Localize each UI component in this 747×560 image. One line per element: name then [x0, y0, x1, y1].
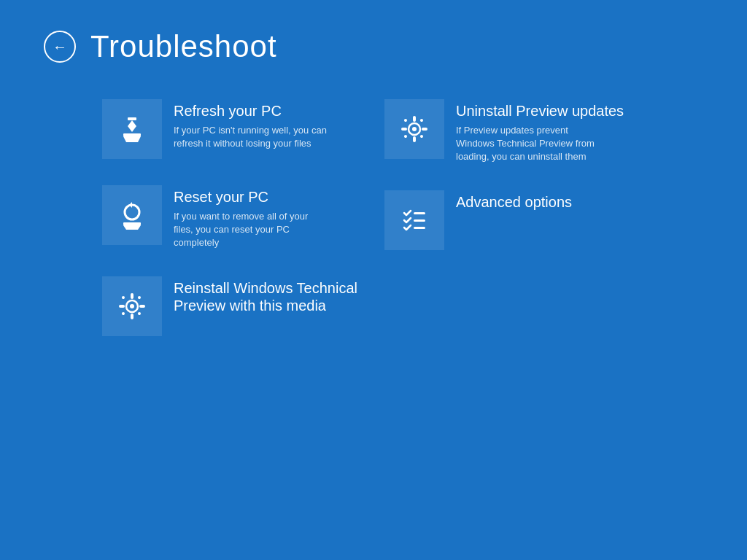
refresh-icon-box — [102, 99, 162, 159]
svg-rect-15 — [121, 311, 125, 316]
svg-rect-25 — [403, 134, 408, 139]
uninstall-icon-box — [384, 99, 444, 159]
svg-point-18 — [412, 127, 417, 131]
reset-title: Reset your PC — [174, 188, 327, 206]
advanced-title: Advanced options — [456, 193, 572, 211]
svg-rect-23 — [403, 118, 408, 122]
svg-rect-13 — [121, 295, 125, 300]
svg-rect-5 — [123, 222, 141, 225]
refresh-icon — [116, 113, 148, 145]
back-arrow-icon: ← — [53, 39, 67, 54]
svg-rect-0 — [128, 117, 136, 120]
reset-icon-box — [102, 185, 162, 245]
advanced-text: Advanced options — [456, 190, 572, 215]
advanced-icon — [398, 204, 430, 236]
svg-rect-11 — [119, 305, 125, 308]
uninstall-desc: If Preview updates prevent Windows Techn… — [456, 124, 609, 164]
svg-marker-3 — [123, 136, 141, 142]
refresh-desc: If your PC isn't running well, you can r… — [174, 124, 327, 150]
advanced-icon-box — [384, 190, 444, 250]
reinstall-text: Reinstall Windows Technical Preview with… — [174, 276, 363, 319]
reset-text: Reset your PC If you want to remove all … — [174, 185, 327, 250]
svg-point-8 — [130, 304, 134, 308]
option-reset[interactable]: Reset your PC If you want to remove all … — [102, 172, 363, 263]
svg-rect-24 — [419, 118, 424, 122]
options-grid: Refresh your PC If your PC isn't running… — [0, 86, 747, 349]
svg-rect-21 — [401, 128, 407, 131]
left-column: Refresh your PC If your PC isn't running… — [102, 86, 363, 349]
option-refresh[interactable]: Refresh your PC If your PC isn't running… — [102, 86, 363, 172]
svg-rect-2 — [123, 133, 141, 136]
reinstall-icon — [116, 290, 148, 322]
reinstall-icon-box — [102, 276, 162, 336]
option-uninstall[interactable]: Uninstall Preview updates If Preview upd… — [384, 86, 645, 177]
uninstall-title: Uninstall Preview updates — [456, 102, 624, 120]
reinstall-title: Reinstall Windows Technical Preview with… — [174, 279, 363, 314]
refresh-title: Refresh your PC — [174, 102, 327, 120]
svg-rect-26 — [419, 134, 424, 139]
svg-rect-9 — [131, 293, 133, 299]
svg-rect-22 — [422, 128, 427, 131]
option-reinstall[interactable]: Reinstall Windows Technical Preview with… — [102, 263, 363, 349]
option-advanced[interactable]: Advanced options — [384, 177, 645, 263]
svg-rect-20 — [413, 136, 416, 142]
right-column: Uninstall Preview updates If Preview upd… — [384, 86, 645, 349]
reset-desc: If you want to remove all of your files,… — [174, 210, 327, 250]
svg-rect-12 — [139, 305, 145, 308]
reset-icon — [116, 199, 148, 231]
back-button[interactable]: ← — [44, 31, 76, 63]
svg-rect-29 — [414, 227, 425, 229]
svg-rect-14 — [137, 295, 142, 300]
refresh-text: Refresh your PC If your PC isn't running… — [174, 99, 327, 150]
svg-rect-16 — [137, 311, 142, 316]
svg-marker-6 — [123, 225, 141, 230]
svg-rect-27 — [414, 212, 425, 214]
uninstall-icon — [398, 113, 430, 145]
svg-rect-10 — [131, 314, 133, 319]
svg-marker-1 — [128, 120, 136, 132]
header: ← Troubleshoot — [0, 0, 747, 86]
uninstall-text: Uninstall Preview updates If Preview upd… — [456, 99, 624, 164]
page-title: Troubleshoot — [90, 29, 277, 64]
svg-rect-19 — [413, 116, 416, 122]
svg-rect-28 — [414, 219, 425, 222]
